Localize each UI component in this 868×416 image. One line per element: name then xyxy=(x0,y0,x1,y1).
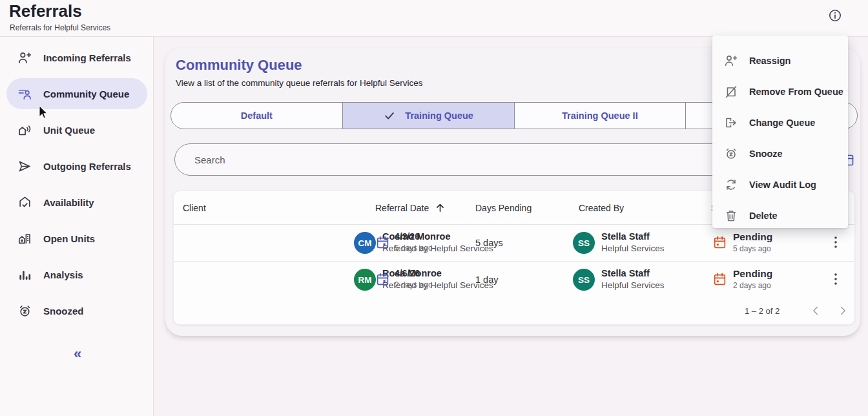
page-title: Referrals xyxy=(9,1,82,21)
menu-item-change-queue[interactable]: Change Queue xyxy=(712,107,848,138)
status-label: Pending xyxy=(733,267,772,280)
sidebar-item-label: Incoming Referrals xyxy=(43,52,131,63)
status-ago: 5 days ago xyxy=(733,244,772,255)
chevron-left-icon[interactable] xyxy=(809,304,822,317)
created-by-name: Stella Staff xyxy=(601,231,665,243)
column-days-pending[interactable]: Days Pending xyxy=(475,191,532,225)
status-ago: 2 days ago xyxy=(733,280,772,291)
days-pending: 1 day xyxy=(475,262,498,298)
page-subtitle: Referrals for Helpful Services xyxy=(10,23,110,32)
alarm-snooze-icon xyxy=(724,147,738,161)
sidebar-item-label: Analysis xyxy=(43,269,83,280)
row-context-menu: Reassign Remove From Queue Change Queue … xyxy=(712,36,848,228)
sidebar-item-incoming-referrals[interactable]: Incoming Referrals xyxy=(6,42,147,73)
home-check-icon xyxy=(17,195,32,210)
created-by-name: Stella Staff xyxy=(601,267,665,280)
tab-training-queue[interactable]: Training Queue xyxy=(342,103,514,129)
referral-date: 4/6/26 xyxy=(395,267,433,280)
info-icon[interactable] xyxy=(828,8,842,23)
sidebar-item-label: Community Queue xyxy=(43,88,129,99)
avatar: SS xyxy=(573,269,595,291)
column-referral-date[interactable]: Referral Date xyxy=(375,191,429,225)
sidebar-item-snoozed[interactable]: Snoozed xyxy=(6,295,147,326)
sidebar: Incoming Referrals Community Queue Unit … xyxy=(0,37,154,416)
queue-people-icon xyxy=(17,87,32,101)
pagination-range: 1 – 2 of 2 xyxy=(745,296,780,326)
table-row[interactable]: RM Rosa Monroe Referred by Helpful Servi… xyxy=(174,261,854,297)
status-label: Pending xyxy=(733,231,772,244)
sidebar-item-label: Snoozed xyxy=(43,306,84,317)
referral-date: 4/3/26 xyxy=(395,231,433,243)
row-kebab-menu-icon[interactable] xyxy=(831,234,840,252)
trash-icon xyxy=(724,209,738,223)
pagination: 1 – 2 of 2 xyxy=(174,296,854,326)
avatar: RM xyxy=(354,269,376,291)
person-add-icon xyxy=(17,50,32,65)
status-calendar-icon xyxy=(712,272,727,287)
status-calendar-icon xyxy=(712,235,727,250)
check-icon xyxy=(383,109,396,122)
sidebar-item-unit-queue[interactable]: Unit Queue xyxy=(6,114,147,145)
days-pending: 5 days xyxy=(475,225,503,261)
column-created-by[interactable]: Created By xyxy=(579,191,624,225)
avatar: CM xyxy=(354,232,376,254)
sort-asc-icon[interactable] xyxy=(435,202,446,213)
referral-date-ago: 5 days ago xyxy=(395,243,433,254)
app-header: Referrals Referrals for Helpful Services xyxy=(0,0,868,37)
menu-item-view-audit-log[interactable]: View Audit Log xyxy=(712,169,848,200)
created-by-org: Helpful Services xyxy=(601,243,665,255)
referral-date-ago: 2 days ago xyxy=(395,280,433,291)
panel-subtitle: View a list of the community queue refer… xyxy=(176,78,422,88)
calendar-icon xyxy=(375,272,390,287)
row-kebab-menu-icon[interactable] xyxy=(831,271,840,289)
menu-item-reassign[interactable]: Reassign xyxy=(712,45,848,76)
calendar-icon xyxy=(375,235,390,250)
person-add-icon xyxy=(724,54,738,68)
tab-default[interactable]: Default xyxy=(171,103,342,129)
change-queue-icon xyxy=(724,116,738,130)
bar-chart-icon xyxy=(17,267,32,282)
sidebar-item-label: Outgoing Referrals xyxy=(43,161,131,172)
remove-queue-icon xyxy=(724,85,738,99)
chevron-right-icon[interactable] xyxy=(836,304,849,317)
tab-training-queue-ii[interactable]: Training Queue II xyxy=(514,103,686,129)
menu-item-delete[interactable]: Delete xyxy=(712,200,848,231)
sidebar-item-label: Unit Queue xyxy=(43,125,95,136)
sidebar-item-outgoing-referrals[interactable]: Outgoing Referrals xyxy=(6,151,147,182)
app-window: Referrals Referrals for Helpful Services… xyxy=(0,0,868,416)
open-units-icon xyxy=(17,231,32,246)
mouse-cursor xyxy=(39,106,48,120)
sidebar-item-community-queue[interactable]: Community Queue xyxy=(6,78,147,109)
sidebar-collapse-button[interactable]: « xyxy=(0,346,154,362)
created-by-org: Helpful Services xyxy=(601,280,665,291)
audit-log-icon xyxy=(724,178,738,192)
sidebar-item-open-units[interactable]: Open Units xyxy=(6,223,147,254)
menu-item-snooze[interactable]: Snooze xyxy=(712,138,848,169)
sidebar-item-label: Open Units xyxy=(43,233,95,244)
send-icon xyxy=(17,159,32,174)
panel-title: Community Queue xyxy=(176,57,302,74)
menu-item-remove-from-queue[interactable]: Remove From Queue xyxy=(712,76,848,107)
avatar: SS xyxy=(573,232,595,254)
unit-queue-icon xyxy=(17,123,32,138)
sidebar-item-availability[interactable]: Availability xyxy=(6,187,147,218)
sidebar-item-label: Availability xyxy=(43,197,94,208)
sidebar-item-analysis[interactable]: Analysis xyxy=(6,259,147,290)
column-client[interactable]: Client xyxy=(183,191,206,225)
alarm-snooze-icon xyxy=(17,304,32,318)
